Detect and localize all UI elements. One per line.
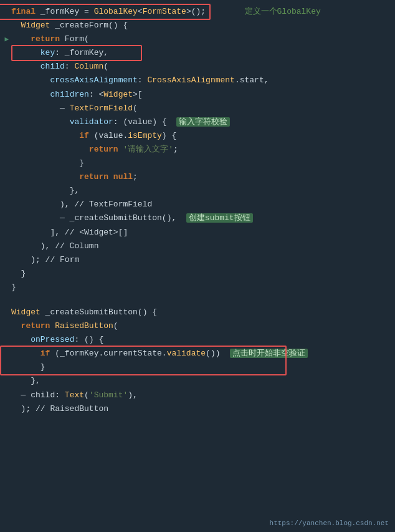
code-token: (: [84, 390, 89, 400]
code-token: 'Submit': [89, 390, 128, 400]
code-line: ); // RaisedButton: [0, 402, 395, 416]
code-token: — _createSubmitButton(),: [60, 213, 176, 223]
code-token: >[: [133, 90, 143, 99]
code-token: _formKey =: [36, 7, 94, 16]
code-token: onPressed: [31, 335, 74, 344]
code-line: — TextFormField(: [0, 102, 395, 115]
code-line: validator: (value) { 输入字符校验: [0, 115, 395, 129]
line-content: key: _formKey,: [11, 46, 390, 60]
code-token: :: [138, 75, 148, 85]
line-content: onPressed: () {: [11, 333, 390, 347]
code-token: children: [50, 90, 88, 99]
code-token: : (value) {: [113, 117, 167, 127]
code-token: (: [103, 62, 108, 71]
code-line: if (_formKey.currentState.validate()) 点击…: [0, 347, 395, 360]
code-token: ) {: [162, 131, 176, 140]
code-line: children: <Widget>[: [0, 88, 395, 102]
code-token: return: [31, 34, 60, 44]
code-gap: [0, 294, 395, 306]
line-content: child: Column(: [11, 60, 390, 74]
comment-highlight: 输入字符校验: [176, 117, 230, 127]
code-token: (: [113, 321, 118, 331]
code-line: — child: Text('Submit'),: [0, 389, 395, 402]
line-content: ); // RaisedButton: [11, 402, 390, 416]
code-token: Widget: [103, 90, 133, 99]
code-line: onPressed: () {: [0, 333, 395, 347]
code-token: '请输入文字': [123, 145, 173, 154]
code-token: : _formKey,: [55, 48, 108, 57]
code-token: }: [40, 362, 45, 372]
code-token: key: [40, 48, 55, 57]
code-line: return null;: [0, 170, 395, 184]
code-token: ), // TextFormField: [60, 200, 152, 209]
code-token: Widget: [11, 307, 40, 317]
code-token: ], // <Widget>[]: [50, 228, 128, 237]
line-content: crossAxisAlignment: CrossAxisAlignment.s…: [11, 74, 390, 87]
code-token: FormState: [143, 7, 186, 16]
code-line: key: _formKey,: [0, 46, 395, 60]
code-token: >();: [186, 7, 206, 16]
comment-highlight: 创建submit按钮: [186, 213, 253, 223]
code-token: }: [21, 269, 26, 278]
code-token: (_formKey.currentState.: [50, 349, 166, 358]
code-token: validate: [167, 349, 206, 358]
line-content: },: [11, 184, 390, 198]
code-token: }: [79, 158, 84, 168]
code-token: <: [138, 7, 143, 16]
line-gutter: ▶: [0, 34, 11, 46]
code-token: (value.: [89, 131, 128, 140]
code-line: crossAxisAlignment: CrossAxisAlignment.s…: [0, 74, 395, 87]
line-content: if (value.isEmpty) {: [11, 129, 390, 143]
code-token: : <: [89, 90, 103, 99]
code-line: },: [0, 374, 395, 388]
code-token: null: [113, 172, 133, 181]
code-token: : () {: [74, 335, 103, 344]
code-token: crossAxisAlignment: [50, 75, 137, 85]
line-content: ), // Column: [11, 239, 390, 253]
code-line: Widget _createSubmitButton() {: [0, 306, 395, 319]
code-line: if (value.isEmpty) {: [0, 129, 395, 143]
code-line: final _formKey = GlobalKey<FormState>();…: [0, 5, 395, 19]
code-line: }: [0, 281, 395, 294]
line-content: — TextFormField(: [11, 102, 390, 115]
code-token: _createForm() {: [50, 21, 128, 30]
code-line: ], // <Widget>[]: [0, 226, 395, 239]
code-token: ), // Column: [40, 241, 99, 251]
line-content: }: [11, 281, 390, 294]
code-token: Form(: [60, 34, 89, 44]
line-content: — child: Text('Submit'),: [11, 389, 390, 402]
code-token: TextFormField: [70, 104, 133, 113]
code-token: if: [40, 349, 50, 358]
code-token: CrossAxisAlignment: [147, 75, 234, 85]
line-content: Widget _createForm() {: [11, 19, 390, 32]
code-line: — _createSubmitButton(), 创建submit按钮: [0, 211, 395, 225]
code-line: }: [0, 360, 395, 374]
code-token: },: [70, 186, 80, 195]
code-line: ▶ return Form(: [0, 32, 395, 46]
line-content: },: [11, 374, 390, 388]
code-token: .start,: [235, 75, 269, 85]
code-token: GlobalKey: [94, 7, 138, 16]
line-content: if (_formKey.currentState.validate()) 点击…: [11, 347, 390, 360]
code-token: }: [11, 283, 16, 292]
line-content: final _formKey = GlobalKey<FormState>();…: [11, 5, 390, 19]
line-content: children: <Widget>[: [11, 88, 390, 102]
line-content: ], // <Widget>[]: [11, 226, 390, 239]
code-line: }: [0, 157, 395, 170]
code-line: ), // Column: [0, 239, 395, 253]
code-token: validator: [70, 117, 113, 127]
code-token: return: [89, 145, 118, 154]
line-content: Widget _createSubmitButton() {: [11, 306, 390, 319]
code-token: _createSubmitButton() {: [40, 307, 157, 317]
line-content: }: [11, 157, 390, 170]
code-line: Widget _createForm() {: [0, 19, 395, 32]
line-content: }: [11, 360, 390, 374]
code-token: —: [60, 104, 70, 113]
code-token: 定义一个GlobalKey: [245, 7, 321, 16]
code-token: Text: [65, 390, 84, 400]
code-token: child: [40, 62, 65, 71]
arrow-icon: ▶: [4, 34, 9, 46]
code-line: ), // TextFormField: [0, 198, 395, 211]
code-line: }: [0, 267, 395, 281]
code-token: isEmpty: [128, 131, 162, 140]
